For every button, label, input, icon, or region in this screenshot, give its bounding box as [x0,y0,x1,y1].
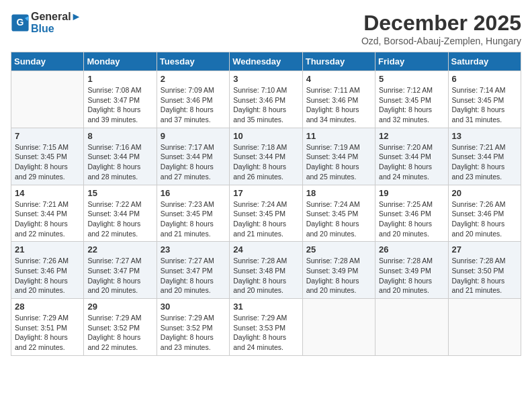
day-info: Sunrise: 7:21 AMSunset: 3:44 PMDaylight:… [452,142,517,182]
column-header-sunday: Sunday [11,52,84,71]
calendar-cell: 23Sunrise: 7:27 AMSunset: 3:47 PMDayligh… [157,242,229,299]
day-info: Sunrise: 7:29 AMSunset: 3:52 PMDaylight:… [87,313,152,353]
week-row-5: 28Sunrise: 7:29 AMSunset: 3:51 PMDayligh… [11,299,521,356]
day-number: 1 [87,74,152,84]
page-header: G General► Blue December 2025 Ozd, Borso… [11,11,521,46]
calendar-cell: 12Sunrise: 7:20 AMSunset: 3:44 PMDayligh… [375,128,448,185]
day-number: 19 [379,188,444,198]
logo-icon: G [11,13,30,32]
day-info: Sunrise: 7:28 AMSunset: 3:48 PMDaylight:… [233,256,298,295]
day-number: 16 [161,188,226,198]
day-info: Sunrise: 7:28 AMSunset: 3:49 PMDaylight:… [306,256,371,295]
calendar-cell: 18Sunrise: 7:24 AMSunset: 3:45 PMDayligh… [302,185,375,242]
day-info: Sunrise: 7:29 AMSunset: 3:52 PMDaylight:… [161,313,226,353]
day-number: 11 [306,131,371,141]
day-info: Sunrise: 7:26 AMSunset: 3:46 PMDaylight:… [15,256,80,295]
day-info: Sunrise: 7:28 AMSunset: 3:50 PMDaylight:… [452,256,517,295]
calendar-cell: 2Sunrise: 7:09 AMSunset: 3:46 PMDaylight… [157,71,229,128]
calendar-cell [448,299,521,356]
day-info: Sunrise: 7:25 AMSunset: 3:46 PMDaylight:… [379,199,444,239]
calendar-cell: 21Sunrise: 7:26 AMSunset: 3:46 PMDayligh… [11,242,84,299]
month-title: December 2025 [361,11,521,36]
calendar-cell: 31Sunrise: 7:29 AMSunset: 3:53 PMDayligh… [230,299,302,356]
calendar-cell: 30Sunrise: 7:29 AMSunset: 3:52 PMDayligh… [157,299,229,356]
day-number: 21 [15,244,80,255]
day-info: Sunrise: 7:12 AMSunset: 3:45 PMDaylight:… [379,85,444,125]
day-number: 24 [233,244,298,255]
day-info: Sunrise: 7:14 AMSunset: 3:45 PMDaylight:… [452,85,517,125]
calendar-cell: 13Sunrise: 7:21 AMSunset: 3:44 PMDayligh… [448,128,521,185]
day-info: Sunrise: 7:19 AMSunset: 3:44 PMDaylight:… [306,142,371,182]
day-info: Sunrise: 7:28 AMSunset: 3:49 PMDaylight:… [379,256,444,295]
day-info: Sunrise: 7:26 AMSunset: 3:46 PMDaylight:… [452,199,517,239]
calendar-cell: 14Sunrise: 7:21 AMSunset: 3:44 PMDayligh… [11,185,84,242]
calendar-cell: 19Sunrise: 7:25 AMSunset: 3:46 PMDayligh… [375,185,448,242]
day-number: 18 [306,188,371,198]
calendar-cell: 5Sunrise: 7:12 AMSunset: 3:45 PMDaylight… [375,71,448,128]
day-number: 29 [87,302,152,312]
calendar-cell: 27Sunrise: 7:28 AMSunset: 3:50 PMDayligh… [448,242,521,299]
day-number: 3 [233,74,298,84]
day-info: Sunrise: 7:27 AMSunset: 3:47 PMDaylight:… [161,256,226,295]
calendar-cell: 10Sunrise: 7:18 AMSunset: 3:44 PMDayligh… [230,128,302,185]
week-row-1: 1Sunrise: 7:08 AMSunset: 3:47 PMDaylight… [11,71,521,128]
day-info: Sunrise: 7:09 AMSunset: 3:46 PMDaylight:… [161,85,226,125]
day-number: 7 [15,131,80,141]
calendar-cell: 9Sunrise: 7:17 AMSunset: 3:44 PMDaylight… [157,128,229,185]
day-number: 27 [452,244,517,255]
column-header-friday: Friday [375,52,448,71]
day-number: 17 [233,188,298,198]
day-number: 12 [379,131,444,141]
calendar-cell [11,71,84,128]
day-info: Sunrise: 7:15 AMSunset: 3:45 PMDaylight:… [15,142,80,182]
day-number: 2 [161,74,226,84]
day-info: Sunrise: 7:27 AMSunset: 3:47 PMDaylight:… [87,256,152,295]
calendar-cell: 11Sunrise: 7:19 AMSunset: 3:44 PMDayligh… [302,128,375,185]
calendar-cell: 26Sunrise: 7:28 AMSunset: 3:49 PMDayligh… [375,242,448,299]
day-number: 22 [87,244,152,255]
day-info: Sunrise: 7:18 AMSunset: 3:44 PMDaylight:… [233,142,298,182]
day-number: 30 [161,302,226,312]
day-number: 8 [87,131,152,141]
calendar-cell [302,299,375,356]
day-number: 9 [161,131,226,141]
day-number: 13 [452,131,517,141]
calendar-cell: 28Sunrise: 7:29 AMSunset: 3:51 PMDayligh… [11,299,84,356]
calendar-cell: 16Sunrise: 7:23 AMSunset: 3:45 PMDayligh… [157,185,229,242]
column-header-saturday: Saturday [448,52,521,71]
day-info: Sunrise: 7:24 AMSunset: 3:45 PMDaylight:… [306,199,371,239]
day-number: 25 [306,244,371,255]
calendar-cell: 25Sunrise: 7:28 AMSunset: 3:49 PMDayligh… [302,242,375,299]
day-info: Sunrise: 7:20 AMSunset: 3:44 PMDaylight:… [379,142,444,182]
day-number: 20 [452,188,517,198]
day-info: Sunrise: 7:11 AMSunset: 3:46 PMDaylight:… [306,85,371,125]
day-info: Sunrise: 7:23 AMSunset: 3:45 PMDaylight:… [161,199,226,239]
column-header-wednesday: Wednesday [230,52,302,71]
title-area: December 2025 Ozd, Borsod-Abauj-Zemplen,… [361,11,521,46]
day-number: 4 [306,74,371,84]
week-row-3: 14Sunrise: 7:21 AMSunset: 3:44 PMDayligh… [11,185,521,242]
day-number: 23 [161,244,226,255]
logo-text: General► Blue [31,11,81,35]
day-info: Sunrise: 7:10 AMSunset: 3:46 PMDaylight:… [233,85,298,125]
day-info: Sunrise: 7:29 AMSunset: 3:53 PMDaylight:… [233,313,298,353]
calendar-cell: 6Sunrise: 7:14 AMSunset: 3:45 PMDaylight… [448,71,521,128]
column-header-thursday: Thursday [302,52,375,71]
day-info: Sunrise: 7:08 AMSunset: 3:47 PMDaylight:… [87,85,152,125]
day-info: Sunrise: 7:29 AMSunset: 3:51 PMDaylight:… [15,313,80,353]
calendar-cell: 20Sunrise: 7:26 AMSunset: 3:46 PMDayligh… [448,185,521,242]
day-number: 6 [452,74,517,84]
week-row-2: 7Sunrise: 7:15 AMSunset: 3:45 PMDaylight… [11,128,521,185]
svg-text:G: G [17,17,24,28]
calendar-cell: 3Sunrise: 7:10 AMSunset: 3:46 PMDaylight… [230,71,302,128]
day-info: Sunrise: 7:22 AMSunset: 3:44 PMDaylight:… [87,199,152,239]
calendar-cell: 4Sunrise: 7:11 AMSunset: 3:46 PMDaylight… [302,71,375,128]
column-header-monday: Monday [84,52,157,71]
column-header-tuesday: Tuesday [157,52,229,71]
calendar-header-row: SundayMondayTuesdayWednesdayThursdayFrid… [11,52,521,71]
day-number: 14 [15,188,80,198]
day-number: 10 [233,131,298,141]
location-subtitle: Ozd, Borsod-Abauj-Zemplen, Hungary [361,36,521,46]
calendar-cell: 17Sunrise: 7:24 AMSunset: 3:45 PMDayligh… [230,185,302,242]
day-number: 31 [233,302,298,312]
